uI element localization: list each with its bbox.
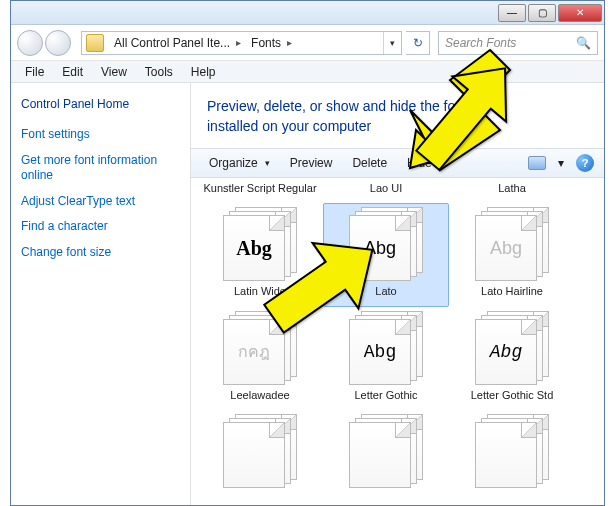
control-panel-home-link[interactable]: Control Panel Home bbox=[21, 97, 180, 111]
font-item[interactable] bbox=[449, 410, 575, 496]
font-sample: Abg bbox=[236, 237, 272, 260]
titlebar: — ▢ ✕ bbox=[11, 1, 604, 25]
address-dropdown[interactable]: ▾ bbox=[383, 32, 401, 54]
explorer-window: — ▢ ✕ All Control Panel Ite... Fonts ▾ ↻… bbox=[10, 0, 605, 506]
sidebar-link-cleartype[interactable]: Adjust ClearType text bbox=[21, 194, 180, 210]
font-sample: Abg bbox=[490, 238, 522, 259]
view-dropdown[interactable]: ▾ bbox=[550, 153, 572, 173]
font-grid: Kunstler Script Regular Lao UI Latha Abg bbox=[191, 178, 604, 505]
menu-tools[interactable]: Tools bbox=[137, 63, 181, 81]
page-title-line1: Preview, delete, or show and hide the fo… bbox=[207, 97, 588, 117]
maximize-button[interactable]: ▢ bbox=[528, 4, 556, 22]
menu-edit[interactable]: Edit bbox=[54, 63, 91, 81]
font-item-letter-gothic[interactable]: Abg Letter Gothic bbox=[323, 307, 449, 410]
main-header: Preview, delete, or show and hide the fo… bbox=[191, 83, 604, 148]
font-item[interactable] bbox=[197, 410, 323, 496]
font-sample: กคฎ bbox=[238, 339, 270, 364]
font-thumbnail: กคฎ bbox=[221, 311, 299, 385]
folder-icon bbox=[86, 34, 104, 52]
close-button[interactable]: ✕ bbox=[558, 4, 602, 22]
font-sample: Abg bbox=[364, 342, 396, 362]
navigation-bar: All Control Panel Ite... Fonts ▾ ↻ Searc… bbox=[11, 25, 604, 61]
main-pane: Preview, delete, or show and hide the fo… bbox=[191, 83, 604, 505]
font-thumbnail bbox=[347, 414, 425, 488]
preview-button[interactable]: Preview bbox=[282, 153, 341, 173]
font-thumbnail: Abg bbox=[347, 207, 425, 281]
font-thumbnail: Abg bbox=[347, 311, 425, 385]
organize-button[interactable]: Organize bbox=[201, 153, 278, 173]
font-item[interactable]: Lao UI bbox=[323, 178, 449, 203]
address-bar[interactable]: All Control Panel Ite... Fonts ▾ bbox=[81, 31, 402, 55]
sidebar-link-font-size[interactable]: Change font size bbox=[21, 245, 180, 261]
sidebar: Control Panel Home Font settings Get mor… bbox=[11, 83, 191, 505]
font-item-lato-hairline[interactable]: Abg Lato Hairline bbox=[449, 203, 575, 306]
font-label: Lato bbox=[375, 285, 396, 298]
back-button[interactable] bbox=[17, 30, 43, 56]
forward-button[interactable] bbox=[45, 30, 71, 56]
help-icon[interactable]: ? bbox=[576, 154, 594, 172]
font-thumbnail bbox=[473, 414, 551, 488]
font-sample: Abg bbox=[490, 342, 522, 362]
font-item[interactable]: Kunstler Script Regular bbox=[197, 178, 323, 203]
delete-button[interactable]: Delete bbox=[344, 153, 395, 173]
font-label: Letter Gothic bbox=[355, 389, 418, 402]
font-label: Letter Gothic Std bbox=[471, 389, 554, 402]
menu-help[interactable]: Help bbox=[183, 63, 224, 81]
font-label: Latin Wide bbox=[234, 285, 286, 298]
sidebar-link-more-info[interactable]: Get more font information online bbox=[21, 153, 180, 184]
view-options-button[interactable] bbox=[528, 156, 546, 170]
font-sample: Abg bbox=[364, 238, 396, 259]
search-icon: 🔍 bbox=[576, 36, 591, 50]
breadcrumb-control-panel[interactable]: All Control Panel Ite... bbox=[108, 32, 245, 54]
toolbar: Organize Preview Delete Hide ▾ ? bbox=[191, 148, 604, 178]
font-label: Kunstler Script Regular bbox=[203, 182, 316, 195]
sidebar-link-find-char[interactable]: Find a character bbox=[21, 219, 180, 235]
menu-view[interactable]: View bbox=[93, 63, 135, 81]
font-item[interactable] bbox=[323, 410, 449, 496]
font-item[interactable]: Latha bbox=[449, 178, 575, 203]
sidebar-link-font-settings[interactable]: Font settings bbox=[21, 127, 180, 143]
minimize-button[interactable]: — bbox=[498, 4, 526, 22]
font-thumbnail: Abg bbox=[473, 207, 551, 281]
font-label: Lao UI bbox=[370, 182, 402, 195]
refresh-button[interactable]: ↻ bbox=[406, 31, 430, 55]
page-title-line2: installed on your computer bbox=[207, 117, 588, 137]
font-label: Latha bbox=[498, 182, 526, 195]
menu-file[interactable]: File bbox=[17, 63, 52, 81]
font-item-letter-gothic-std[interactable]: Abg Letter Gothic Std bbox=[449, 307, 575, 410]
font-item-latin-wide[interactable]: Abg Latin Wide bbox=[197, 203, 323, 306]
font-thumbnail bbox=[221, 414, 299, 488]
search-placeholder: Search Fonts bbox=[445, 36, 576, 50]
breadcrumb-fonts[interactable]: Fonts bbox=[245, 32, 296, 54]
font-thumbnail: Abg bbox=[221, 207, 299, 281]
font-item-lato[interactable]: Abg Lato bbox=[323, 203, 449, 306]
search-box[interactable]: Search Fonts 🔍 bbox=[438, 31, 598, 55]
font-label: Lato Hairline bbox=[481, 285, 543, 298]
font-label: Leelawadee bbox=[230, 389, 289, 402]
font-item-leelawadee[interactable]: กคฎ Leelawadee bbox=[197, 307, 323, 410]
menu-bar: File Edit View Tools Help bbox=[11, 61, 604, 83]
body: Control Panel Home Font settings Get mor… bbox=[11, 83, 604, 505]
font-thumbnail: Abg bbox=[473, 311, 551, 385]
hide-button[interactable]: Hide bbox=[399, 153, 440, 173]
